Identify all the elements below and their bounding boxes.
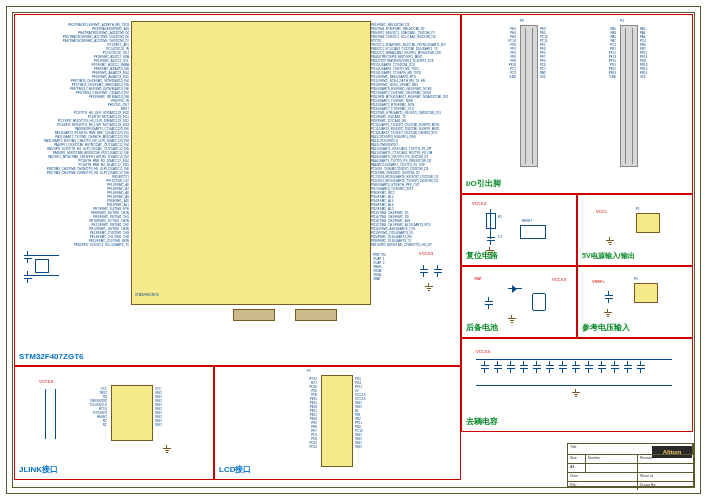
mcu-chip [131,21,371,305]
battery-bt1 [532,293,546,311]
vcc-label: VCC3.3 [476,349,490,354]
section-io-label: I/O引出脚 [466,178,501,189]
cap [23,251,33,263]
lcd-right-pins: PD5PD4PF125VVCC3.3VCC3.3GNDGNDBLPB1PB2PF… [355,377,366,449]
cap-vcap2 [433,265,443,277]
vcc5-label: VCC5 [596,209,607,214]
tb-empty2 [638,464,693,472]
io-p3-left: PE2PE4PE6PC14PF0PF2PF4PF6PF8PF10PC1PC3GN… [480,27,516,79]
gnd-icon [508,315,516,323]
section-mcu: STM32F407ZET6 PE2/TRACECLK/FSMC_A23/ETH_… [14,14,461,366]
header-p3 [520,25,538,167]
section-5v-label: 5V电源输入/输出 [582,251,635,261]
jlink-right-pins: VCCGNDGNDGNDGNDGNDGNDGNDGNDGND [155,387,162,427]
section-io: P3 P4 PE2PE4PE6PC14PF0PF2PF4PF6PF8PF10PC… [461,14,693,194]
section-vref-label: 参考电压输入 [582,322,630,333]
section-vref: P5 VREF+ 参考电压输入 [577,266,693,338]
gnd-icon [425,283,433,291]
jlink-header [111,385,153,441]
vref-header [634,283,658,303]
vbat-label: VBAT [474,277,482,281]
vref-label: VREF+ [592,279,605,284]
tb-file: File: [568,482,638,490]
section-reset: VCC3.3 R1 C1 RESET 复位电路 [461,194,577,266]
wire-gnd [476,385,672,386]
vcc-label: VCC3.3 [419,251,433,256]
p4-label: P4 [620,19,624,23]
section-jlink: VCCTRSTTDITMS/SWDIOTCK/SWCLKRTCKTDO/SWOR… [14,366,214,480]
tb-size: Size [568,455,586,463]
cap-vbat [484,297,494,309]
section-lcd-label: LCD接口 [219,464,251,475]
vcc-label: VCC3.3 [552,277,566,282]
reset-button [520,225,546,239]
header-p4 [620,25,638,167]
section-5v: P1 VCC5 5V电源输入/输出 [577,194,693,266]
io-p4-right: PA2PA4PA6PC4PB0PB2PF12PF14PG0PB10PB12PB1… [640,27,647,79]
tb-rev: Revision [638,455,693,463]
section-decap-label: 去耦电容 [466,416,498,427]
p1-label: P1 [636,207,640,211]
r1-label: R1 [498,215,502,219]
section-mcu-label: STM32F407ZGT6 [19,352,83,361]
pwr-header [636,213,660,233]
cap-c1 [486,233,496,245]
wire-vcc [476,359,672,360]
tb-size-v: A3 [568,464,586,472]
cap-vcap1 [419,265,429,277]
cap [23,271,33,283]
p3-label: P3 [520,19,524,23]
section-vbat-label: 后备电池 [466,322,498,333]
lcd-left-pins: PG12RSTPD10PD9PD8PE15PE14PE13PE12PE11PE1… [271,377,317,449]
c1-label: C1 [498,235,502,239]
mcu-ext-pins: PDR_ONVCAP_1VCAP_2VREF+VDDAVSSAVBAT [373,253,386,281]
wire [45,389,46,439]
tb-empty [586,464,638,472]
mcu-vdd-block [233,309,275,321]
wire [29,275,59,276]
tb-sheet: Sheet of [638,473,693,481]
gnd-icon [163,445,171,453]
tb-number: Number [586,455,638,463]
resistor-r1 [486,213,496,229]
jlink-left-pins: VCCTRSTTDITMS/SWDIOTCK/SWCLKRTCKTDO/SWOR… [59,387,107,427]
crystal [35,259,49,273]
gnd-icon [606,237,614,245]
section-jlink-label: JLINK接口 [19,464,58,475]
reset-net: RESET [522,219,532,223]
p5-label: P5 [634,277,638,281]
mcu-right-nets: PE1/FSMC_NBL1/DCMI_D3PE0/TIM4_ETR/FSMC_N… [371,23,459,247]
gnd-icon [604,309,612,317]
decap-row [480,361,646,373]
section-lcd: P2 PG12RSTPD10PD9PD8PE15PE14PE13PE12PE11… [214,366,461,480]
vcc-label: VCC3.3 [39,379,53,384]
lcd-p2: P2 [307,369,311,373]
vcc-label: VCC3.3 [472,201,486,206]
wire [29,255,59,256]
tb-date: Date: [568,473,638,481]
io-p4-left: PA1PA3PA5PA7PC5PB1PF11PF13PF15PG1PB11PB1… [580,27,616,79]
mcu-vss-block [295,309,337,321]
lcd-header [321,375,353,467]
gnd-icon [572,389,580,397]
tb-drawn: Drawn By: [638,482,693,490]
schematic-sheet: STM32F407ZET6 PE2/TRACECLK/FSMC_A23/ETH_… [0,0,707,500]
section-vbat: VBAT VCC3.3 后备电池 [461,266,577,338]
diode-d1 [508,285,522,293]
section-reset-label: 复位电路 [466,250,498,261]
tb-title: Title [568,444,693,454]
cap-vref [604,291,614,303]
wire [55,389,56,439]
mcu-ref: STM32F407ZET6 [135,293,159,297]
io-p3-right: PE3PE5PC13PC15PF1PF3PF5PF7PF9PC0PC2PA03V… [540,27,548,79]
section-decap: VCC3.3 去耦电容 [461,338,693,432]
title-block: Title SizeNumberRevision A3 Date:Sheet o… [567,443,694,487]
mcu-left-nets: PE2/TRACECLK/FSMC_A23/ETH_MII_TXD3PE3/TR… [17,23,129,247]
